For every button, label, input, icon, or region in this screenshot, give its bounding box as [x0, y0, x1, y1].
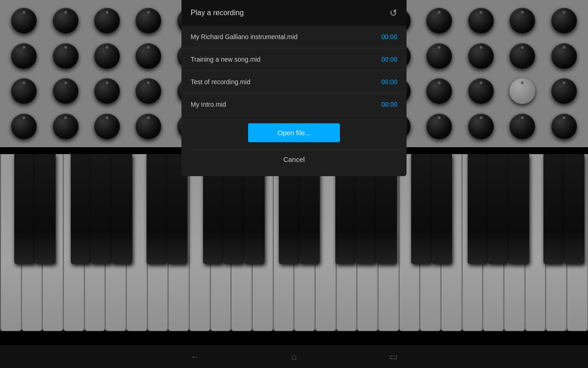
cancel-button[interactable]: Cancel — [191, 150, 397, 169]
list-item[interactable]: Training a new song.mid 00:00 — [181, 48, 407, 71]
dialog-title: Play a recording — [191, 9, 244, 17]
list-item[interactable]: My Richard Galliano instrumental.mid 00:… — [181, 26, 407, 48]
list-item[interactable]: My Intro.mid 00:00 — [181, 93, 407, 116]
song-name: My Intro.mid — [191, 101, 226, 108]
dialog-actions: Open file... Cancel — [181, 116, 407, 176]
dialog-header: Play a recording ↺ — [181, 0, 407, 26]
recording-list: My Richard Galliano instrumental.mid 00:… — [181, 26, 407, 116]
open-file-button[interactable]: Open file... — [248, 123, 340, 142]
song-time: 00:00 — [381, 56, 397, 63]
dialog-overlay: Play a recording ↺ My Richard Galliano i… — [0, 0, 588, 368]
song-time: 00:00 — [381, 33, 397, 40]
song-name: Test of recording.mid — [191, 78, 250, 86]
play-recording-dialog: Play a recording ↺ My Richard Galliano i… — [181, 0, 407, 176]
song-time: 00:00 — [381, 101, 397, 108]
list-item[interactable]: Test of recording.mid 00:00 — [181, 71, 407, 93]
song-time: 00:00 — [381, 78, 397, 86]
song-name: Training a new song.mid — [191, 56, 260, 63]
song-name: My Richard Galliano instrumental.mid — [191, 33, 298, 40]
repeat-icon[interactable]: ↺ — [390, 7, 397, 18]
